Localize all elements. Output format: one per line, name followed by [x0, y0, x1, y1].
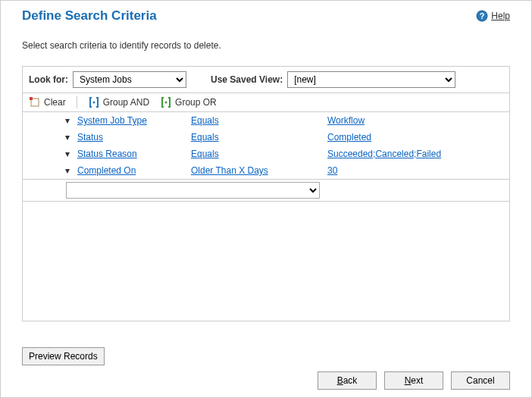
criteria-value-link[interactable]: Succeeded;Canceled;Failed [327, 149, 441, 159]
criteria-field-link[interactable]: Completed On [77, 165, 136, 176]
saved-view-select[interactable]: [new] [287, 71, 455, 88]
group-and-button[interactable]: Group AND [88, 96, 149, 108]
chevron-down-icon[interactable]: ▾ [23, 115, 77, 126]
footer-buttons: Back Next Cancel [318, 371, 510, 390]
criteria-operator-link[interactable]: Equals [191, 115, 219, 126]
chevron-down-icon[interactable]: ▾ [23, 165, 77, 176]
criteria-field-link[interactable]: Status Reason [77, 149, 137, 159]
next-button[interactable]: Next [384, 371, 443, 390]
look-for-label: Look for: [29, 74, 68, 85]
clear-icon [29, 96, 41, 108]
bracket-and-icon [88, 96, 100, 108]
cancel-button[interactable]: Cancel [451, 371, 510, 390]
new-criteria-select[interactable] [66, 182, 320, 199]
preview-records-button[interactable]: Preview Records [22, 347, 105, 365]
criteria-toolbar: Clear Group AND Group OR [23, 93, 509, 112]
criteria-row: ▾ System Job Type Equals Workflow [23, 112, 509, 129]
new-criteria-row [23, 179, 509, 202]
look-for-row: Look for: System Jobs Use Saved View: [n… [23, 67, 509, 93]
criteria-field-link[interactable]: System Job Type [77, 115, 147, 126]
criteria-operator-link[interactable]: Older Than X Days [191, 165, 268, 176]
help-label-rest: elp [498, 11, 510, 21]
criteria-value-link[interactable]: 30 [327, 165, 337, 176]
criteria-row: ▾ Status Equals Completed [23, 129, 509, 146]
criteria-operator-link[interactable]: Equals [191, 149, 219, 159]
criteria-row: ▾ Status Reason Equals Succeeded;Cancele… [23, 146, 509, 162]
help-icon: ? [476, 10, 488, 22]
chevron-down-icon[interactable]: ▾ [23, 149, 77, 159]
group-or-button[interactable]: Group OR [160, 96, 217, 108]
chevron-down-icon[interactable]: ▾ [23, 132, 77, 143]
criteria-body: ▾ System Job Type Equals Workflow ▾ Stat… [23, 112, 509, 321]
page-title: Define Search Criteria [22, 8, 157, 24]
svg-text:?: ? [480, 11, 485, 20]
svg-point-4 [92, 102, 95, 104]
look-for-select[interactable]: System Jobs [73, 71, 186, 88]
header: Define Search Criteria ? Help [1, 1, 531, 30]
bracket-or-icon [160, 96, 172, 108]
criteria-field-link[interactable]: Status [77, 132, 103, 143]
back-button[interactable]: Back [318, 371, 377, 390]
criteria-panel: Look for: System Jobs Use Saved View: [n… [22, 66, 510, 321]
criteria-row: ▾ Completed On Older Than X Days 30 [23, 162, 509, 179]
svg-rect-3 [30, 97, 33, 100]
help-link[interactable]: ? Help [476, 10, 510, 22]
instruction-text: Select search criteria to identify recor… [1, 30, 531, 66]
svg-point-5 [165, 102, 167, 104]
saved-view-label: Use Saved View: [211, 74, 283, 85]
criteria-value-link[interactable]: Workflow [327, 115, 365, 126]
clear-button[interactable]: Clear [29, 96, 66, 108]
criteria-operator-link[interactable]: Equals [191, 132, 219, 143]
criteria-value-link[interactable]: Completed [327, 132, 371, 143]
